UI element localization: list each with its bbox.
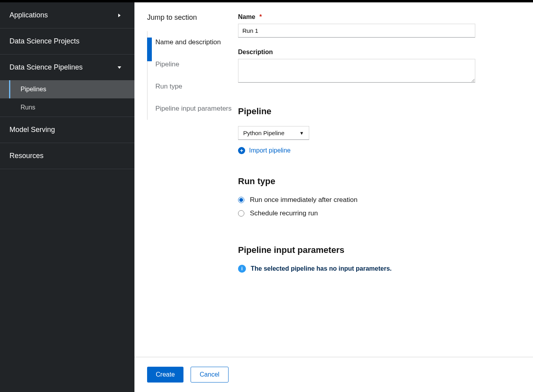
- chevron-down-icon: [115, 64, 123, 72]
- name-input[interactable]: [238, 24, 475, 38]
- sidebar-sublabel: Runs: [21, 104, 35, 111]
- pipeline-selected: Python Pipeline: [243, 130, 284, 136]
- sidebar-item-model-serving[interactable]: Model Serving: [0, 117, 134, 143]
- run-type-label: Run once immediately after creation: [250, 196, 357, 204]
- sidebar: Applications Data Science Projects Data …: [0, 2, 134, 392]
- run-type-option-immediate[interactable]: Run once immediately after creation: [238, 196, 517, 204]
- pipeline-select[interactable]: Python Pipeline ▼: [238, 126, 309, 140]
- params-empty-info: i The selected pipeline has no input par…: [238, 265, 517, 273]
- sidebar-label: Data Science Projects: [9, 37, 79, 45]
- form: Name * Description Pipeline Python Pipel…: [238, 13, 533, 273]
- sidebar-label: Model Serving: [9, 126, 55, 134]
- sidebar-item-data-science-projects[interactable]: Data Science Projects: [0, 28, 134, 54]
- params-heading: Pipeline input parameters: [238, 245, 517, 255]
- import-pipeline-link[interactable]: + Import pipeline: [238, 147, 517, 154]
- sidebar-subitem-pipelines[interactable]: Pipelines: [0, 80, 134, 98]
- sidebar-item-resources[interactable]: Resources: [0, 143, 134, 169]
- run-type-heading: Run type: [238, 176, 517, 187]
- plus-circle-icon: +: [238, 147, 245, 154]
- sidebar-item-applications[interactable]: Applications: [0, 2, 134, 28]
- run-type-label: Schedule recurring run: [250, 209, 318, 217]
- sidebar-label: Applications: [9, 11, 48, 19]
- params-empty-text: The selected pipeline has no input param…: [251, 265, 392, 272]
- description-textarea[interactable]: [238, 59, 475, 83]
- jump-item-pipeline[interactable]: Pipeline: [154, 53, 238, 75]
- required-star-icon: *: [259, 13, 262, 20]
- jump-nav: Jump to section Name and description Pip…: [147, 13, 238, 273]
- sidebar-item-data-science-pipelines[interactable]: Data Science Pipelines: [0, 55, 134, 80]
- cancel-button[interactable]: Cancel: [191, 367, 229, 383]
- jump-item-run-type[interactable]: Run type: [154, 75, 238, 98]
- caret-down-icon: ▼: [299, 130, 304, 136]
- jump-item-name[interactable]: Name and description: [154, 31, 238, 53]
- run-type-radio-immediate[interactable]: [238, 197, 244, 203]
- info-icon: i: [238, 265, 246, 273]
- import-pipeline-label: Import pipeline: [249, 147, 291, 154]
- pipeline-heading: Pipeline: [238, 106, 517, 117]
- run-type-radio-schedule[interactable]: [238, 210, 244, 217]
- chevron-right-icon: [115, 11, 123, 19]
- footer: Create Cancel: [134, 357, 533, 392]
- run-type-option-schedule[interactable]: Schedule recurring run: [238, 209, 517, 217]
- jump-active-marker: [147, 38, 152, 61]
- sidebar-subitem-runs[interactable]: Runs: [0, 98, 134, 117]
- main-area: Jump to section Name and description Pip…: [134, 2, 533, 392]
- description-label: Description: [238, 49, 517, 56]
- jump-title: Jump to section: [147, 13, 238, 22]
- sidebar-sublabel: Pipelines: [21, 86, 46, 92]
- jump-item-params[interactable]: Pipeline input parameters: [154, 98, 238, 120]
- name-label: Name *: [238, 13, 517, 21]
- sidebar-label: Data Science Pipelines: [9, 63, 83, 72]
- create-button[interactable]: Create: [147, 367, 183, 383]
- sidebar-label: Resources: [9, 152, 43, 160]
